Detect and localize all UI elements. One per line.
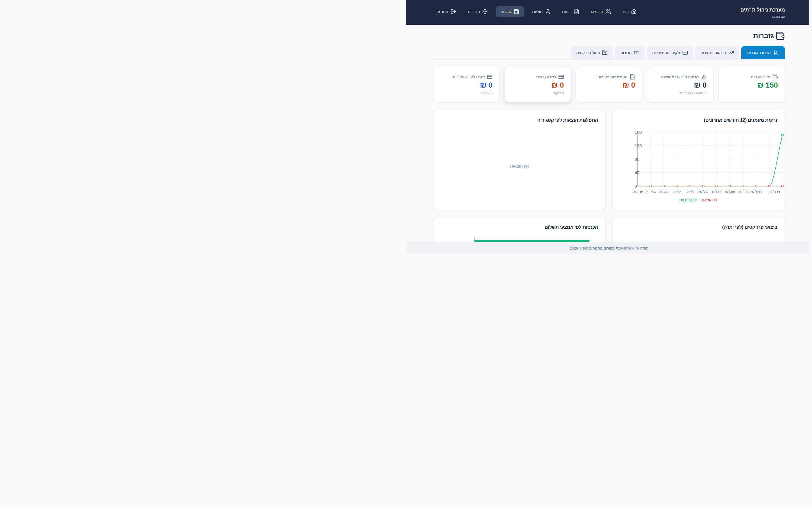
svg-text:25 אוק׳: 25 אוק׳ <box>724 190 735 193</box>
svg-text:25 דצמ׳: 25 דצמ׳ <box>750 190 762 193</box>
svg-text:160: 160 <box>635 129 642 134</box>
svg-text:25 ספט׳: 25 ספט׳ <box>711 190 722 193</box>
svg-text:25 אפר׳: 25 אפר׳ <box>645 190 657 193</box>
svg-text:25 מרץ: 25 מרץ <box>633 190 643 193</box>
svg-text:25 נוב׳: 25 נוב׳ <box>738 190 748 193</box>
svg-text:120: 120 <box>635 143 642 148</box>
svg-text:25 יוני: 25 יוני <box>673 190 681 193</box>
svg-text:26 פבר׳: 26 פבר׳ <box>769 190 780 193</box>
svg-text:25 מאי: 25 מאי <box>659 190 668 193</box>
svg-text:25 יולי: 25 יולי <box>686 190 695 193</box>
svg-text:40: 40 <box>635 170 640 175</box>
svg-text:80: 80 <box>635 157 640 161</box>
svg-text:25 אוג׳: 25 אוג׳ <box>698 190 709 193</box>
